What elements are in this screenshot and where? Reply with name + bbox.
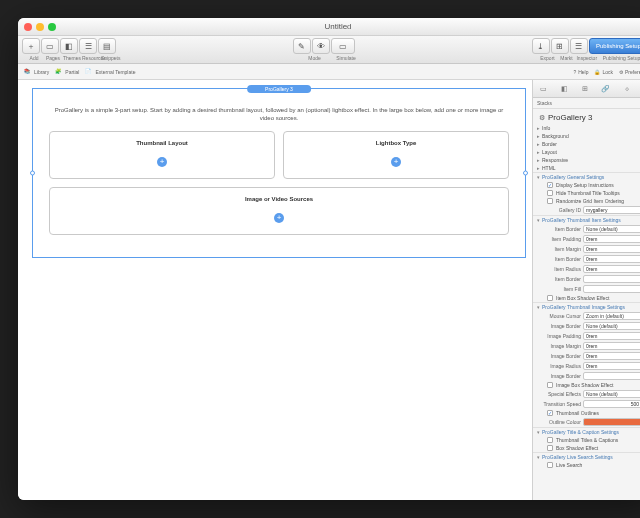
thumbnail-layout-dropzone[interactable]: Thumbnail Layout + (49, 131, 275, 179)
chk-randomize[interactable] (547, 198, 553, 204)
chevron-down-icon: ▾ (537, 304, 540, 310)
help-icon: ? (573, 69, 576, 75)
image-padding-input[interactable]: 0rem (583, 332, 640, 340)
image-border-color[interactable] (583, 372, 640, 380)
selected-stack[interactable]: ProGallery 3 ProGallery is a simple 3-pa… (32, 88, 526, 258)
gallery-id-input[interactable]: mygallery (583, 206, 640, 214)
disclosure-border[interactable]: ▸Border (533, 140, 640, 148)
resize-handle-left[interactable] (30, 171, 35, 176)
inspector-heading: ⚙ProGallery 3 (533, 109, 640, 124)
library-button[interactable]: 📚Library (24, 68, 49, 76)
preferences-button[interactable]: ⚙Preferences (619, 69, 640, 75)
inspector-tabs: ▭ ◧ ⊞ 🔗 ⟐ ▦ (533, 80, 640, 98)
breadcrumb: Stacks (533, 98, 640, 109)
add-icon[interactable]: + (391, 157, 401, 167)
image-margin-input[interactable]: 0rem (583, 342, 640, 350)
mode-preview-button[interactable]: 👁 (312, 38, 330, 54)
item-border-color[interactable] (583, 275, 640, 283)
add-button[interactable]: ＋ (22, 38, 40, 54)
gear-icon: ⚙ (539, 114, 545, 122)
chevron-right-icon: ▸ (537, 149, 540, 155)
chevron-down-icon: ▾ (537, 174, 540, 180)
chk-outlines[interactable] (547, 410, 553, 416)
main-toolbar: ＋ ▭ ◧ ☰ ▤ Add Pages Themes Resources Sni… (18, 36, 640, 64)
tab-meta-icon[interactable]: ⊞ (579, 83, 591, 95)
editor-canvas[interactable]: ProGallery 3 ProGallery is a simple 3-pa… (18, 80, 532, 500)
chevron-right-icon: ▸ (537, 141, 540, 147)
special-effects-select[interactable]: None (default)⌄ (583, 390, 640, 398)
resize-handle-right[interactable] (523, 171, 528, 176)
export-button[interactable]: ⤓ (532, 38, 550, 54)
outline-color[interactable] (583, 418, 640, 426)
item-padding-input[interactable]: 0rem (583, 235, 640, 243)
gear-icon: ⚙ (619, 69, 623, 75)
chevron-right-icon: ▸ (537, 133, 540, 139)
chk-display-instructions[interactable] (547, 182, 553, 188)
section-general[interactable]: ▾ProGallery General Settings (533, 172, 640, 181)
mode-edit-button[interactable]: ✎ (293, 38, 311, 54)
lightbox-type-dropzone[interactable]: Lightbox Type + (283, 131, 509, 179)
tab-styles-icon[interactable]: ◧ (558, 83, 570, 95)
chevron-right-icon: ▸ (537, 125, 540, 131)
help-button[interactable]: ?Help (573, 69, 588, 75)
chk-live-search[interactable] (547, 462, 553, 468)
chevron-right-icon: ▸ (537, 165, 540, 171)
chevron-down-icon: ▾ (537, 217, 540, 223)
item-border-select[interactable]: None (default)⌄ (583, 225, 640, 233)
disclosure-responsive[interactable]: ▸Responsive (533, 156, 640, 164)
tab-page-icon[interactable]: ▭ (537, 83, 549, 95)
image-border-select[interactable]: None (default)⌄ (583, 322, 640, 330)
publish-button[interactable]: Publishing Setup (589, 38, 640, 54)
snippets-button[interactable]: ▤ (98, 38, 116, 54)
sources-dropzone[interactable]: Image or Video Sources + (49, 187, 509, 235)
section-thumb-item[interactable]: ▾ProGallery Thumbnail Item Settings (533, 215, 640, 224)
library-bar: 📚Library 🧩Partial 📄External Template ?He… (18, 64, 640, 80)
disclosure-background[interactable]: ▸Background (533, 132, 640, 140)
partial-icon: 🧩 (55, 68, 63, 76)
chevron-right-icon: ▸ (537, 157, 540, 163)
stack-title-pill: ProGallery 3 (247, 85, 311, 93)
chk-titles-captions[interactable] (547, 437, 553, 443)
chk-caption-shadow[interactable] (547, 445, 553, 451)
library-icon: 📚 (24, 68, 32, 76)
market-button[interactable]: ⊞ (551, 38, 569, 54)
chevron-down-icon: ▾ (537, 454, 540, 460)
section-thumb-image[interactable]: ▾ProGallery Thumbnail Image Settings (533, 302, 640, 311)
chk-image-shadow[interactable] (547, 382, 553, 388)
item-fill-color[interactable] (583, 285, 640, 293)
inspector-button[interactable]: ☰ (570, 38, 588, 54)
inspector-panel: ▭ ◧ ⊞ 🔗 ⟐ ▦ Stacks ⚙ProGallery 3 ▸Info ▸… (532, 80, 640, 500)
section-search[interactable]: ▾ProGallery Live Search Settings (533, 452, 640, 461)
disclosure-html[interactable]: ▸HTML (533, 164, 640, 172)
chk-item-shadow[interactable] (547, 295, 553, 301)
partial-button[interactable]: 🧩Partial (55, 68, 79, 76)
window-titlebar: Untitled (18, 18, 640, 36)
item-margin-input[interactable]: 0rem (583, 245, 640, 253)
chk-hide-tooltips[interactable] (547, 190, 553, 196)
pages-button[interactable]: ▭ (41, 38, 59, 54)
lock-icon: 🔒 (594, 69, 600, 75)
lock-button[interactable]: 🔒Lock (594, 69, 613, 75)
setup-instructions: ProGallery is a simple 3-part setup. Sta… (49, 107, 509, 123)
section-caption[interactable]: ▾ProGallery Title & Caption Settings (533, 427, 640, 436)
disclosure-layout[interactable]: ▸Layout (533, 148, 640, 156)
tab-link-icon[interactable]: 🔗 (600, 83, 612, 95)
add-icon[interactable]: + (274, 213, 284, 223)
disclosure-info[interactable]: ▸Info (533, 124, 640, 132)
simulate-button[interactable]: ▭ (331, 38, 355, 54)
template-icon: 📄 (85, 68, 93, 76)
item-border-input[interactable]: 0rem (583, 255, 640, 263)
item-radius-input[interactable]: 0rem (583, 265, 640, 273)
tab-css-icon[interactable]: ⟐ (621, 83, 633, 95)
mouse-cursor-select[interactable]: Zoom in (default)⌄ (583, 312, 640, 320)
external-template-button[interactable]: 📄External Template (85, 68, 135, 76)
window-title: Untitled (18, 22, 640, 31)
resources-button[interactable]: ☰ (79, 38, 97, 54)
transition-speed-input[interactable]: 500 (583, 400, 640, 408)
chevron-down-icon: ▾ (537, 429, 540, 435)
themes-button[interactable]: ◧ (60, 38, 78, 54)
image-radius-input[interactable]: 0rem (583, 362, 640, 370)
image-border-input[interactable]: 0rem (583, 352, 640, 360)
add-icon[interactable]: + (157, 157, 167, 167)
